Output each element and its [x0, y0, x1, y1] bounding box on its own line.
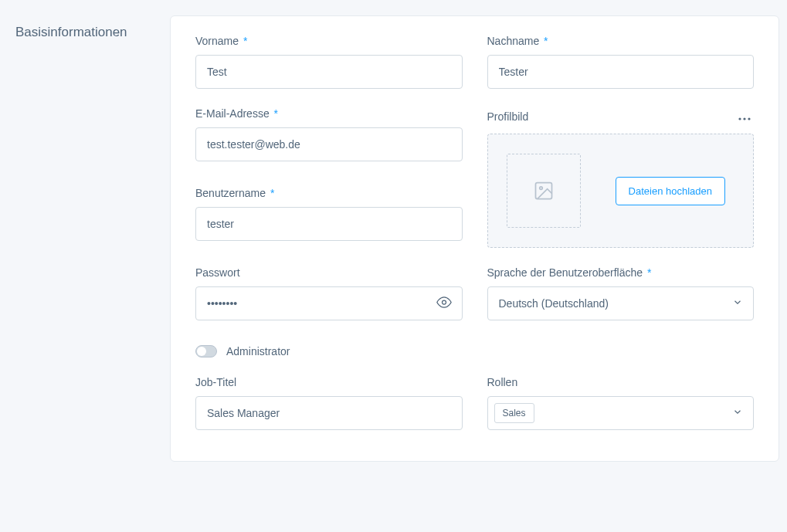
language-group: Sprache der Benutzeroberfläche * Deutsch…: [487, 266, 755, 320]
username-group: Benutzername *: [195, 187, 463, 248]
eye-icon[interactable]: [436, 295, 452, 313]
svg-point-2: [748, 117, 750, 120]
language-value: Deutsch (Deutschland): [499, 297, 609, 310]
language-select[interactable]: Deutsch (Deutschland): [487, 286, 755, 320]
firstname-label: Vorname *: [195, 35, 463, 47]
admin-label: Administrator: [226, 345, 290, 357]
roles-select[interactable]: Sales: [487, 396, 755, 430]
username-label: Benutzername *: [195, 187, 463, 199]
profile-image-label: Profilbild: [487, 110, 529, 123]
language-label: Sprache der Benutzeroberfläche *: [487, 266, 755, 279]
required-mark: *: [274, 107, 278, 120]
admin-toggle-row: Administrator: [195, 345, 754, 357]
required-mark: *: [270, 187, 274, 199]
upload-files-button[interactable]: Dateien hochladen: [616, 177, 725, 205]
upload-area[interactable]: Dateien hochladen: [487, 134, 755, 248]
email-group: E-Mail-Adresse *: [195, 107, 463, 168]
roles-label: Rollen: [487, 376, 755, 388]
roles-group: Rollen Sales: [487, 376, 755, 430]
password-group: Passwort: [195, 266, 463, 320]
svg-point-5: [442, 300, 446, 304]
role-tag[interactable]: Sales: [494, 403, 534, 423]
job-title-input[interactable]: [195, 396, 463, 430]
svg-point-1: [743, 117, 745, 120]
email-label: E-Mail-Adresse *: [195, 107, 463, 120]
required-mark: *: [544, 35, 548, 47]
profile-image-group: Profilbild Dateien hochladen: [487, 107, 755, 248]
required-mark: *: [243, 35, 247, 47]
svg-point-4: [539, 187, 542, 190]
section-title: Basisinformationen: [8, 15, 147, 462]
job-title-group: Job-Titel: [195, 376, 463, 430]
password-input[interactable]: [195, 286, 463, 320]
firstname-group: Vorname *: [195, 35, 463, 89]
lastname-input[interactable]: [487, 55, 755, 89]
email-input[interactable]: [195, 127, 463, 161]
required-mark: *: [647, 266, 651, 279]
image-placeholder-icon: [507, 154, 581, 228]
basic-info-card: Vorname * Nachname * E-Mail-Adresse *: [170, 15, 779, 462]
lastname-group: Nachname *: [487, 35, 755, 89]
username-input[interactable]: [195, 207, 463, 241]
firstname-input[interactable]: [195, 55, 463, 89]
svg-point-0: [738, 117, 741, 120]
job-title-label: Job-Titel: [195, 376, 463, 388]
more-icon[interactable]: [735, 107, 754, 126]
admin-toggle[interactable]: [195, 345, 217, 357]
password-label: Passwort: [195, 266, 463, 279]
lastname-label: Nachname *: [487, 35, 755, 47]
toggle-knob: [197, 347, 206, 356]
